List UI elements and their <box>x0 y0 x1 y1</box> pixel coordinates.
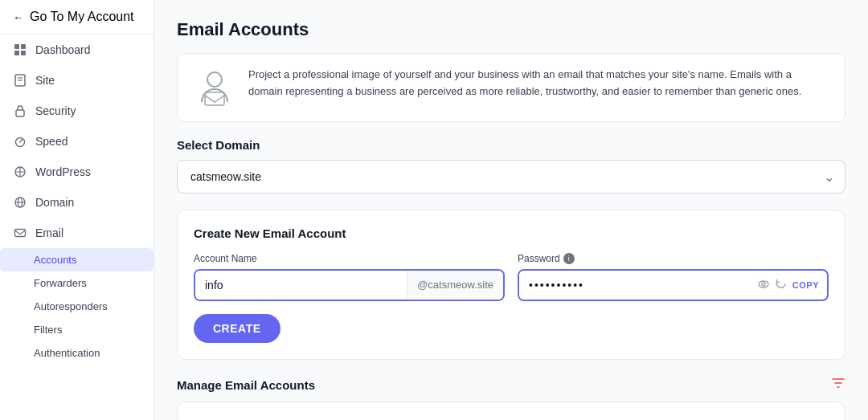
domain-select-wrapper: catsmeow.site ⌄ <box>177 160 845 194</box>
sidebar-sub-filters-label: Filters <box>34 324 62 336</box>
manage-header: Manage Email Accounts <box>177 376 845 393</box>
sidebar-item-domain[interactable]: Domain <box>0 187 154 218</box>
sidebar-sub-forwarders-label: Forwarders <box>34 277 87 289</box>
sidebar-sub-autoresponders-label: Autoresponders <box>34 300 108 312</box>
sidebar-item-site[interactable]: Site <box>0 65 154 96</box>
sidebar-sub-filters[interactable]: Filters <box>0 318 154 341</box>
password-input[interactable] <box>519 271 757 300</box>
mail-icon <box>13 226 27 240</box>
svg-point-16 <box>759 281 768 287</box>
sidebar-item-dashboard[interactable]: Dashboard <box>0 35 154 65</box>
sidebar: ← Go To My Account Dashboard Site Securi… <box>0 0 154 420</box>
svg-rect-15 <box>205 92 224 105</box>
sidebar-item-site-label: Site <box>35 74 55 87</box>
select-domain-label: Select Domain <box>177 138 845 152</box>
sidebar-sub-accounts-label: Accounts <box>34 254 76 266</box>
wordpress-icon <box>13 165 27 179</box>
svg-rect-1 <box>21 44 26 49</box>
password-label: Password i <box>518 253 829 264</box>
sidebar-item-dashboard-label: Dashboard <box>35 43 91 56</box>
password-field: COPY <box>518 269 829 301</box>
sidebar-item-security-label: Security <box>35 104 76 117</box>
back-arrow-icon: ← <box>13 11 23 23</box>
account-name-group: Account Name @catsmeow.site <box>194 253 505 301</box>
sidebar-sub-autoresponders[interactable]: Autoresponders <box>0 295 154 318</box>
svg-rect-3 <box>21 51 26 55</box>
account-name-label: Account Name <box>194 253 505 264</box>
grid-icon <box>13 43 27 57</box>
go-to-my-account[interactable]: ← Go To My Account <box>0 0 154 35</box>
create-section-title: Create New Email Account <box>194 226 829 240</box>
sidebar-item-speed-label: Speed <box>35 135 68 148</box>
sidebar-item-wordpress-label: WordPress <box>35 165 91 178</box>
info-banner-text: Project a professional image of yourself… <box>248 67 829 100</box>
account-domain-suffix: @catsmeow.site <box>407 271 503 300</box>
page-title: Email Accounts <box>177 19 845 40</box>
create-email-section: Create New Email Account Account Name @c… <box>177 210 845 360</box>
filter-icon[interactable] <box>831 376 845 393</box>
sidebar-item-security[interactable]: Security <box>0 96 154 126</box>
svg-rect-13 <box>15 230 26 237</box>
manage-table-preview <box>177 402 845 420</box>
go-to-account-label: Go To My Account <box>30 10 134 24</box>
copy-button[interactable]: COPY <box>792 280 819 290</box>
sidebar-item-email-label: Email <box>35 226 63 239</box>
speed-icon <box>13 134 27 149</box>
password-actions: COPY <box>757 278 827 293</box>
svg-point-14 <box>207 72 222 87</box>
info-icon: i <box>563 253 575 264</box>
sidebar-item-domain-label: Domain <box>35 196 74 209</box>
globe-icon <box>13 195 27 210</box>
site-icon <box>13 73 27 88</box>
password-group: Password i COPY <box>518 253 829 301</box>
sidebar-sub-authentication[interactable]: Authentication <box>0 341 154 365</box>
create-button[interactable]: CREATE <box>194 314 280 343</box>
sidebar-item-wordpress[interactable]: WordPress <box>0 157 154 187</box>
info-banner: Project a professional image of yourself… <box>177 53 845 122</box>
manage-email-title: Manage Email Accounts <box>177 378 315 392</box>
eye-icon[interactable] <box>757 278 770 293</box>
sidebar-sub-accounts[interactable]: Accounts <box>0 248 154 271</box>
account-name-input[interactable] <box>195 271 407 300</box>
main-content: Email Accounts Project a professional im… <box>154 0 868 420</box>
sidebar-sub-forwarders[interactable]: Forwarders <box>0 271 154 295</box>
svg-rect-7 <box>16 110 24 116</box>
svg-point-17 <box>762 283 765 286</box>
svg-rect-0 <box>14 44 19 49</box>
domain-select[interactable]: catsmeow.site <box>177 160 845 194</box>
email-person-icon <box>194 67 235 108</box>
refresh-icon[interactable] <box>775 278 788 293</box>
lock-icon <box>13 104 27 118</box>
sidebar-item-speed[interactable]: Speed <box>0 126 154 157</box>
account-name-field: @catsmeow.site <box>194 269 505 301</box>
sidebar-sub-authentication-label: Authentication <box>34 347 100 359</box>
form-row: Account Name @catsmeow.site Password i <box>194 253 829 301</box>
sidebar-item-email[interactable]: Email <box>0 218 154 248</box>
svg-rect-2 <box>14 51 19 55</box>
